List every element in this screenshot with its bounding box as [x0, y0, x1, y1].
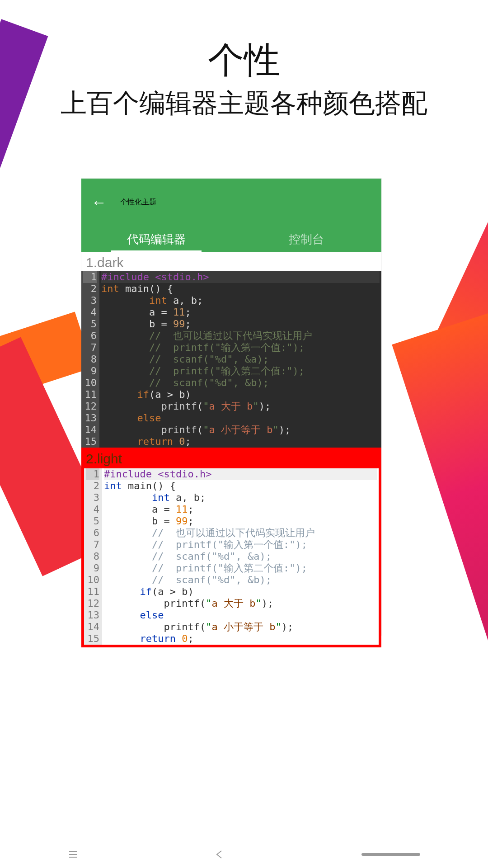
tabs: 代码编辑器 控制台: [81, 226, 381, 252]
nav-menu-icon[interactable]: [68, 849, 79, 860]
promo-title: 个性: [0, 36, 488, 85]
nav-home-icon[interactable]: [361, 853, 420, 856]
tab-code-editor[interactable]: 代码编辑器: [81, 226, 231, 252]
code-dark: #include <stdio.h>int main() { int a, b;…: [99, 271, 381, 448]
back-icon[interactable]: ←: [91, 193, 107, 211]
nav-back-icon[interactable]: [215, 849, 225, 860]
tab-console[interactable]: 控制台: [231, 226, 381, 252]
theme-preview-light[interactable]: 2.light 123456789101112131415 #include <…: [81, 448, 381, 647]
theme-preview-dark[interactable]: 1.dark 123456789101112131415 #include <s…: [81, 252, 381, 448]
theme-label-dark: 1.dark: [81, 252, 381, 271]
gutter-dark: 123456789101112131415: [81, 271, 99, 448]
appbar: ← 个性化主题: [81, 179, 381, 226]
android-navbar: [0, 841, 488, 868]
code-light: #include <stdio.h>int main() { int a, b;…: [102, 468, 379, 645]
decor-stripe-gradient: [392, 308, 488, 731]
theme-label-light: 2.light: [81, 448, 381, 468]
promo-subtitle: 上百个编辑器主题各种颜色搭配: [0, 86, 488, 121]
appbar-title: 个性化主题: [120, 198, 156, 207]
gutter-light: 123456789101112131415: [84, 468, 102, 645]
phone-frame: ← 个性化主题 代码编辑器 控制台 1.dark 123456789101112…: [81, 179, 381, 635]
